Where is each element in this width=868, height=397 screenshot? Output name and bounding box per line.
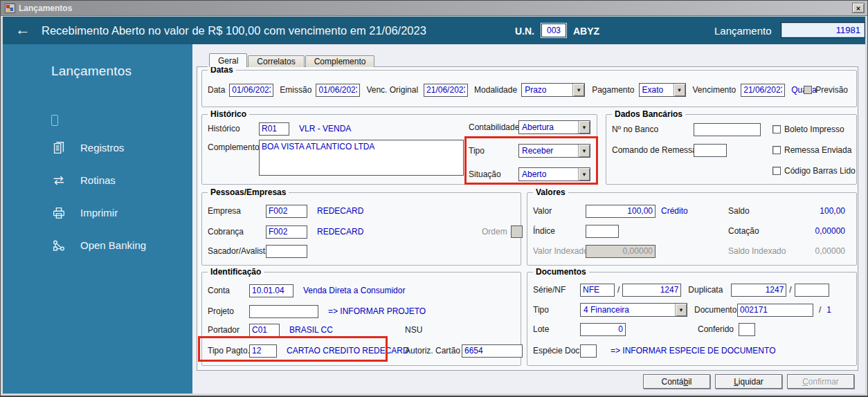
previsao-label: Previsão (815, 85, 848, 95)
comando-remessa-label: Comando de Remessa (612, 145, 694, 155)
header-title: Recebimento Aberto no valor de R$ 100,00… (42, 24, 426, 37)
situacao-select[interactable]: Aberto ▼ (518, 167, 590, 181)
vencimento-input[interactable] (741, 84, 785, 97)
tab-complemento[interactable]: Complemento (305, 55, 375, 67)
duplicata-input[interactable] (731, 284, 786, 297)
tab-geral[interactable]: Geral (209, 53, 247, 67)
credito-text: Crédito (661, 206, 688, 216)
group-legend: Documentos (533, 267, 589, 277)
previsao-checkbox-row: Previsão (804, 84, 848, 95)
title-bar: Lançamentos × (1, 1, 867, 16)
sidebar-item-label: Open Banking (80, 239, 146, 251)
nf-numero-input[interactable] (622, 284, 681, 297)
boleto-impresso-checkbox[interactable] (772, 125, 781, 133)
boleto-impresso-row: Boleto Impresso (772, 124, 844, 135)
codigo-barras-checkbox[interactable] (772, 167, 781, 175)
portador-desc: BRASIL CC (289, 325, 333, 335)
duplicata-label: Duplicata (688, 285, 727, 295)
previsao-checkbox[interactable] (804, 86, 812, 94)
back-arrow-icon[interactable]: ← (15, 20, 30, 39)
conta-label: Conta (208, 286, 249, 295)
tipo-doc-select[interactable]: 4 Financeira ▼ (580, 303, 687, 317)
ordem-box (511, 225, 523, 238)
emissao-input[interactable] (316, 84, 360, 97)
empresa-input[interactable] (266, 205, 307, 218)
portador-input[interactable] (249, 324, 280, 337)
sidebar-item-rotinas[interactable]: Rotinas (51, 164, 192, 196)
especie-doc-label: Espécie Doc. (533, 346, 580, 356)
historico-desc: VLR - VENDA (299, 124, 351, 133)
pagamento-value: Exato (640, 84, 673, 96)
dropdown-arrow-icon[interactable]: ▼ (675, 304, 687, 316)
comando-remessa-input[interactable] (694, 144, 727, 157)
modalidade-select[interactable]: Prazo ▼ (521, 83, 585, 97)
close-icon: × (856, 4, 860, 12)
app-window: Lançamentos × ← Recebimento Aberto no va… (0, 0, 868, 397)
lancamento-number-input[interactable] (781, 22, 865, 38)
sidebar-item-registros[interactable]: Registros (51, 131, 192, 164)
saldo-value: 100,00 (820, 206, 845, 216)
dropdown-arrow-icon[interactable]: ▼ (572, 84, 584, 96)
group-historico: Histórico Histórico VLR - VENDA Compleme… (201, 114, 597, 185)
indice-label: Índice (533, 226, 586, 236)
tipo-pagto-label: Tipo Pagto. (208, 346, 249, 356)
contabilidade-label: Contabilidade (469, 122, 518, 132)
empresa-label: Empresa (208, 206, 266, 216)
dropdown-arrow-icon[interactable]: ▼ (578, 168, 590, 181)
pagamento-select[interactable]: Exato ▼ (639, 83, 686, 97)
serie-input[interactable] (580, 284, 615, 297)
tipo-pagto-input[interactable] (249, 344, 277, 358)
cobranca-label: Cobrança (208, 227, 266, 237)
sacador-avalista-input[interactable] (266, 245, 307, 258)
window-body: Lançamentos Registros Rotinas (3, 44, 865, 394)
group-legend: Valores (533, 187, 568, 197)
tipo-select[interactable]: Receber ▼ (518, 144, 590, 158)
conta-input[interactable] (249, 284, 293, 297)
serie-nf-label: Série/NF (533, 285, 580, 295)
lote-input[interactable] (580, 323, 626, 336)
autoriz-cartao-input[interactable] (462, 344, 523, 358)
pagamento-label: Pagamento (592, 85, 634, 95)
saldo-label: Saldo (728, 206, 750, 216)
documento-input[interactable] (737, 304, 813, 317)
liquidar-button[interactable]: Liquidar (715, 374, 782, 389)
indice-input[interactable] (586, 225, 619, 238)
especie-doc-input[interactable] (580, 344, 597, 358)
documento-label: Documento (694, 305, 737, 315)
un-input[interactable] (541, 24, 566, 37)
projeto-input[interactable] (249, 305, 318, 318)
complemento-textarea[interactable]: BOA VISTA ATLANTICO LTDA (259, 140, 464, 176)
placeholder-glyph-icon[interactable] (51, 115, 58, 126)
historico-label: Histórico (208, 124, 259, 133)
cotacao-value: 0,00000 (815, 226, 845, 236)
n-banco-input[interactable] (694, 123, 761, 136)
sidebar-title: Lançamentos (51, 64, 192, 79)
valor-indexado-input (586, 245, 655, 258)
group-pessoas-empresas: Pessoas/Empresas Empresa REDECARD Cobran… (201, 192, 521, 266)
cobranca-input[interactable] (266, 225, 307, 239)
valor-indexado-label: Valor Indexado (533, 246, 586, 256)
tab-correlatos[interactable]: Correlatos (248, 55, 304, 67)
dropdown-arrow-icon[interactable]: ▼ (673, 84, 685, 96)
codigo-barras-label: Código Barras Lido (784, 166, 856, 176)
conta-desc: Venda Direta a Consumidor (303, 286, 405, 295)
historico-code-input[interactable] (259, 122, 289, 136)
data-input[interactable] (229, 84, 273, 97)
venc-original-input[interactable] (424, 84, 468, 97)
app-icon (5, 3, 15, 13)
close-button[interactable]: × (852, 3, 865, 13)
duplicata-seq-input[interactable] (795, 284, 829, 297)
main-panel: Geral Correlatos Complemento Datas Data … (192, 44, 865, 394)
dropdown-arrow-icon[interactable]: ▼ (578, 145, 590, 157)
sidebar-item-imprimir[interactable]: Imprimir (51, 196, 192, 229)
sidebar-item-open-banking[interactable]: Open Banking (51, 229, 192, 261)
portador-label: Portador (208, 325, 249, 335)
conferido-input[interactable] (739, 323, 755, 336)
remessa-enviada-checkbox[interactable] (772, 146, 781, 154)
contabilidade-select[interactable]: Abertura ▼ (518, 120, 590, 134)
group-identificacao: Identificação Conta Venda Direta a Consu… (201, 272, 521, 366)
dropdown-arrow-icon[interactable]: ▼ (578, 121, 590, 133)
contabil-button[interactable]: Contábil (643, 374, 710, 389)
valor-input[interactable] (586, 205, 655, 218)
sidebar-item-label: Imprimir (80, 207, 118, 219)
